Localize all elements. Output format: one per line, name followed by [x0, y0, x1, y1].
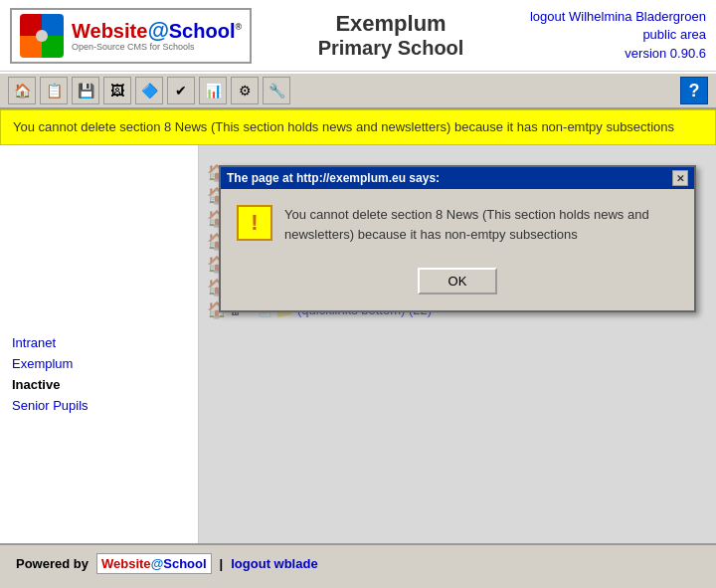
version-text: version 0.90.6	[530, 45, 706, 63]
toolbar: 🏠 📋 💾 🖼 🔷 ✔ 📊 ⚙ 🔧 ?	[0, 72, 716, 109]
area-text: public area	[530, 26, 706, 44]
modal-footer: OK	[221, 260, 694, 310]
header-user-info: logout Wilhelmina Bladergroen public are…	[530, 8, 706, 63]
modal-close-button[interactable]: ✕	[672, 170, 688, 186]
modal-overlay: The page at http://exemplum.eu says: ✕ !…	[199, 145, 716, 543]
footer-logout-link[interactable]: logout wblade	[231, 556, 317, 571]
modal-dialog: The page at http://exemplum.eu says: ✕ !…	[219, 165, 696, 312]
settings-icon[interactable]: ⚙	[231, 77, 259, 104]
home-icon[interactable]: 🏠	[8, 77, 36, 104]
modal-body: ! You cannot delete section 8 News (This…	[221, 189, 694, 260]
image-icon[interactable]: 🖼	[103, 77, 131, 104]
logo-tagline: Open-Source CMS for Schools	[72, 42, 242, 52]
logo-reg: ®	[235, 22, 242, 32]
wrench-icon[interactable]: 🔧	[263, 77, 290, 104]
modal-title: The page at http://exemplum.eu says:	[227, 171, 440, 185]
modal-ok-button[interactable]: OK	[418, 268, 497, 294]
pages-icon[interactable]: 📋	[40, 77, 68, 104]
modal-titlebar: The page at http://exemplum.eu says: ✕	[221, 167, 694, 189]
chart-icon[interactable]: 📊	[199, 77, 227, 104]
sidebar-label-inactive: Inactive	[12, 377, 60, 392]
footer-logo: Website@School	[96, 553, 212, 574]
save-icon[interactable]: 💾	[72, 77, 99, 104]
logo-area: Website@School® Open-Source CMS for Scho…	[10, 8, 252, 64]
header-title: Exemplum	[252, 11, 530, 37]
module-icon[interactable]: 🔷	[135, 77, 163, 104]
sidebar-item-intranet[interactable]: Intranet	[0, 332, 198, 353]
logout-text: logout Wilhelmina Bladergroen	[530, 8, 706, 26]
sidebar-item-exemplum[interactable]: Exemplum	[0, 353, 198, 374]
main-content: Intranet Exemplum Inactive Senior Pupils…	[0, 145, 716, 543]
content-area: The page at http://exemplum.eu says: ✕ !…	[199, 145, 716, 543]
modal-message: You cannot delete section 8 News (This s…	[284, 205, 678, 244]
sidebar-link-senior-pupils[interactable]: Senior Pupils	[12, 398, 89, 413]
sidebar-link-exemplum[interactable]: Exemplum	[12, 356, 73, 371]
powered-by-text: Powered by	[16, 556, 89, 571]
sidebar-item-inactive[interactable]: Inactive	[0, 374, 198, 395]
footer-separator: |	[220, 556, 224, 571]
help-icon[interactable]: ?	[680, 77, 708, 104]
header: Website@School® Open-Source CMS for Scho…	[0, 0, 716, 72]
warning-bar: You cannot delete section 8 News (This s…	[0, 109, 716, 145]
footer: Powered by Website@School | logout wblad…	[0, 543, 716, 582]
sidebar: Intranet Exemplum Inactive Senior Pupils	[0, 145, 199, 543]
sidebar-item-senior-pupils[interactable]: Senior Pupils	[0, 395, 198, 416]
check-icon[interactable]: ✔	[167, 77, 195, 104]
logo-text: Website@School® Open-Source CMS for Scho…	[72, 20, 242, 52]
toolbar-right: ?	[680, 77, 708, 104]
modal-warning-icon: !	[237, 205, 272, 241]
logo-box: Website@School® Open-Source CMS for Scho…	[10, 8, 252, 64]
header-subtitle: Primary School	[252, 37, 530, 60]
header-center: Exemplum Primary School	[252, 11, 530, 60]
sidebar-link-intranet[interactable]: Intranet	[12, 335, 56, 350]
